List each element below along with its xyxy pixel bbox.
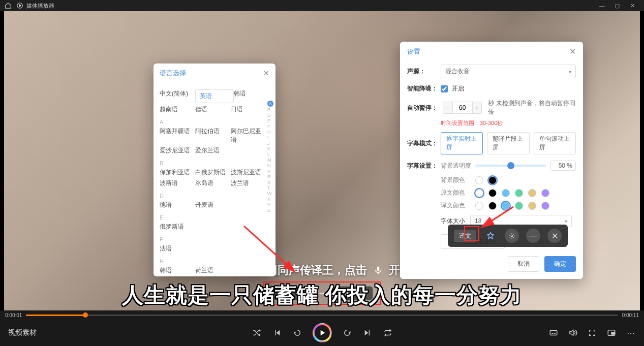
alpha-letter[interactable]: J	[267, 141, 273, 146]
language-option[interactable]: 韩语	[234, 89, 269, 103]
language-option[interactable]: 阿塞拜疆语	[160, 127, 195, 144]
language-option[interactable]: 波兰语	[231, 179, 266, 187]
settings-close-button[interactable]: ✕	[569, 47, 576, 56]
pip-button[interactable]	[606, 328, 617, 338]
alpha-letter[interactable]: N	[267, 163, 273, 168]
alpha-letter[interactable]: H	[267, 130, 273, 135]
language-option[interactable]: 冰岛语	[195, 179, 231, 187]
language-option[interactable]: 爱沙尼亚语	[160, 146, 195, 155]
alpha-letter[interactable]: A	[267, 101, 273, 107]
language-option[interactable]: 法语	[160, 244, 195, 253]
language-option	[231, 146, 266, 155]
color-swatch[interactable]	[502, 202, 510, 210]
pause-minus-button[interactable]: −	[443, 102, 452, 113]
alpha-letter[interactable]: R	[267, 174, 273, 179]
language-option[interactable]: 荷兰语	[195, 266, 231, 275]
translate-label[interactable]: 译文	[454, 230, 476, 242]
subtitle-button[interactable]	[548, 328, 559, 338]
language-option[interactable]: 越南语	[160, 105, 195, 114]
next-button[interactable]	[362, 328, 373, 338]
language-option[interactable]: 英语	[195, 89, 234, 103]
alphabet-index[interactable]: ABDEFHIJKLMNPRSTWXYZ	[267, 101, 273, 213]
rewind-button[interactable]	[292, 328, 302, 338]
language-option[interactable]: 阿拉伯语	[195, 127, 231, 144]
color-swatch[interactable]	[475, 189, 483, 197]
gear-icon[interactable]	[505, 229, 519, 243]
forward-button[interactable]	[342, 328, 352, 338]
alpha-letter[interactable]: L	[267, 152, 273, 157]
pause-input[interactable]	[452, 102, 473, 113]
microphone-icon	[374, 265, 383, 276]
fullscreen-button[interactable]	[587, 328, 597, 338]
color-swatch[interactable]	[541, 189, 549, 197]
language-option[interactable]: 白俄罗斯语	[195, 168, 231, 177]
language-option[interactable]: 爱尔兰语	[195, 146, 231, 155]
source-select[interactable]: 混合收音 ▾	[441, 65, 576, 78]
color-swatch[interactable]	[515, 202, 523, 210]
prev-button[interactable]	[272, 328, 282, 338]
seek-slider[interactable]	[26, 314, 618, 316]
language-option[interactable]: 俄罗斯语	[160, 223, 195, 231]
color-swatch[interactable]	[515, 189, 523, 197]
alpha-letter[interactable]: K	[267, 146, 273, 151]
language-option[interactable]: 保加利亚语	[160, 168, 195, 177]
ok-button[interactable]: 确定	[544, 256, 576, 272]
opacity-slider[interactable]	[475, 165, 546, 167]
color-swatch[interactable]	[488, 202, 497, 210]
subtitle-mode-option[interactable]: 翻译片段上屏	[487, 132, 529, 154]
language-option[interactable]: 波斯尼亚语	[231, 168, 266, 177]
more-button[interactable]: ⋯	[626, 328, 636, 338]
language-option[interactable]: 德语	[195, 105, 231, 114]
alpha-letter[interactable]: Y	[267, 202, 273, 207]
pause-plus-button[interactable]: +	[473, 102, 482, 113]
language-option[interactable]: 日语	[231, 105, 266, 114]
shuffle-button[interactable]	[252, 328, 262, 338]
color-swatch[interactable]	[475, 176, 483, 184]
alpha-letter[interactable]: T	[267, 185, 273, 191]
alpha-letter[interactable]: W	[267, 191, 273, 196]
language-option[interactable]: 阿尔巴尼亚语	[231, 127, 266, 144]
color-swatch[interactable]	[528, 202, 536, 210]
subtitle-mode-option[interactable]: 单句滚动上屏	[534, 132, 576, 154]
alpha-letter[interactable]: M	[267, 158, 273, 163]
close-button[interactable]: ✕	[625, 0, 640, 11]
language-option[interactable]: 丹麦语	[195, 201, 231, 209]
language-option[interactable]: 波斯语	[160, 179, 195, 187]
repeat-button[interactable]	[383, 328, 393, 338]
subtitle-mode-row: 逐字实时上屏翻译片段上屏单句滚动上屏	[441, 132, 576, 154]
lang-popup-close-button[interactable]: ✕	[263, 69, 269, 77]
color-swatch[interactable]	[541, 202, 549, 210]
minimize-button[interactable]: —	[594, 0, 609, 11]
alpha-letter[interactable]: E	[267, 118, 273, 123]
nr-checkbox[interactable]	[441, 85, 448, 92]
section-letter: B	[160, 160, 269, 166]
alpha-letter[interactable]: B	[267, 107, 273, 112]
maximize-button[interactable]: ▢	[609, 0, 625, 11]
volume-button[interactable]	[568, 328, 578, 338]
alpha-letter[interactable]: Z	[267, 208, 273, 213]
cancel-button[interactable]: 取消	[508, 256, 539, 272]
home-button[interactable]	[4, 2, 12, 10]
language-option[interactable]: 中文(简体)	[160, 89, 195, 103]
close-icon[interactable]: ✕	[547, 229, 562, 243]
color-swatch[interactable]	[488, 176, 497, 184]
subtitle-mode-option[interactable]: 逐字实时上屏	[441, 132, 483, 154]
color-swatch[interactable]	[475, 202, 483, 210]
chevron-down-icon: ▾	[569, 69, 571, 74]
alpha-letter[interactable]: S	[267, 180, 273, 185]
language-option[interactable]: 韩语	[160, 266, 195, 275]
color-swatch[interactable]	[502, 189, 510, 197]
language-option[interactable]: 德语	[160, 201, 195, 209]
minimize-icon[interactable]: —	[526, 229, 540, 243]
alpha-letter[interactable]: P	[267, 169, 273, 174]
fsize-label: 字体大小	[441, 217, 465, 226]
alpha-letter[interactable]: F	[267, 124, 273, 129]
alpha-letter[interactable]: D	[267, 113, 273, 118]
alpha-letter[interactable]: X	[267, 197, 273, 202]
play-button[interactable]	[313, 323, 332, 342]
color-swatch[interactable]	[528, 189, 536, 197]
color-swatch[interactable]	[488, 189, 497, 197]
pin-icon[interactable]	[483, 229, 498, 243]
alpha-letter[interactable]: I	[267, 135, 273, 140]
app-title: 媒体播放器	[26, 2, 54, 10]
